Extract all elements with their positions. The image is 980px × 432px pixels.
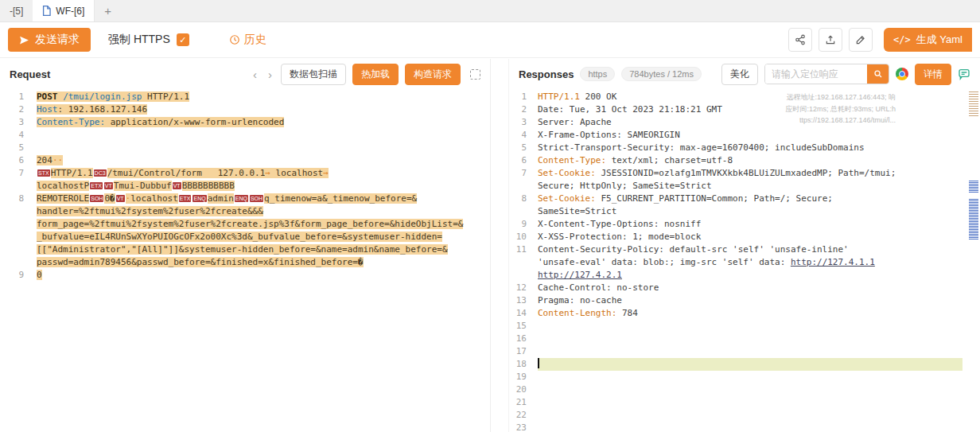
main-split: Request ‹ › 数据包扫描 热加载 构造请求 1POST /tmui/l… xyxy=(0,59,980,432)
export-button[interactable] xyxy=(819,28,842,52)
prev-request-arrow[interactable]: ‹ xyxy=(251,68,259,81)
editor-line[interactable]: handler=%2ftmui%2fsystem%2fuser%2fcreate… xyxy=(0,205,490,218)
editor-line[interactable]: 1HTTP/1.1 200 OK xyxy=(509,91,980,103)
line-number: 17 xyxy=(509,345,538,358)
editor-line[interactable]: 6Content-Type: text/xml; charset=utf-8 xyxy=(509,154,980,167)
tab-active[interactable]: WF-[6] xyxy=(33,0,95,21)
editor-line[interactable]: 10X-XSS-Protection: 1; mode=block xyxy=(509,231,980,243)
request-panel-header: Request ‹ › 数据包扫描 热加载 构造请求 xyxy=(0,59,490,89)
search-input[interactable] xyxy=(765,64,867,84)
editor-line[interactable]: 16 xyxy=(509,333,980,345)
editor-line[interactable]: 90 xyxy=(0,269,490,282)
line-number: 9 xyxy=(509,218,538,231)
editor-line[interactable]: 17 xyxy=(509,345,980,358)
force-https-toggle[interactable]: 强制 HTTPS ✓ xyxy=(108,33,189,47)
minimap[interactable] xyxy=(967,89,980,432)
editor-line[interactable]: 5Strict-Transport-Security: max-age=1607… xyxy=(509,142,980,154)
checkbox-checked-icon[interactable]: ✓ xyxy=(177,33,189,46)
response-search xyxy=(764,64,889,84)
line-number: 19 xyxy=(509,371,538,383)
editor-line[interactable]: 3Server: Apache xyxy=(509,116,980,129)
packet-scan-button[interactable]: 数据包扫描 xyxy=(281,64,346,85)
editor-line[interactable]: 6204·· xyxy=(0,154,490,167)
request-panel: Request ‹ › 数据包扫描 热加载 构造请求 1POST /tmui/l… xyxy=(0,59,491,432)
editor-line[interactable]: http://127.4.2.1 xyxy=(509,269,980,282)
line-number xyxy=(509,269,538,282)
line-number: 7 xyxy=(0,167,37,180)
editor-line[interactable]: 23 xyxy=(509,422,980,432)
plus-icon: + xyxy=(104,4,111,18)
send-request-button[interactable]: 发送请求 xyxy=(8,28,91,52)
editor-line[interactable]: form_page=%2ftmui%2fsystem%2fuser%2fcrea… xyxy=(0,218,490,231)
editor-line[interactable]: 12Cache-Control: no-store xyxy=(509,282,980,294)
editor-line[interactable]: 21 xyxy=(509,396,980,409)
editor-line[interactable]: 8REMOTEROLESOH0�VT·localhostETXENQadminE… xyxy=(0,193,490,205)
editor-line[interactable]: 2Date: Tue, 31 Oct 2023 21:18:21 GMT xyxy=(509,103,980,116)
line-number: 9 xyxy=(0,269,37,282)
line-number: 1 xyxy=(0,91,37,103)
panel-splitter[interactable] xyxy=(491,59,508,432)
editor-line[interactable]: 5 xyxy=(0,142,490,154)
text-cursor xyxy=(538,358,539,368)
response-title: Responses xyxy=(519,68,574,80)
beautify-button[interactable]: 美化 xyxy=(721,64,758,85)
minimap-body-mark-1 xyxy=(969,181,978,193)
line-number xyxy=(509,205,538,218)
line-number: 3 xyxy=(509,116,538,129)
timing-text: 应时间:12ms; 总耗时:93ms; URL:h xyxy=(785,103,896,115)
editor-line[interactable]: passwd=admin789456&passwd_before=&finish… xyxy=(0,256,490,269)
hot-reload-button[interactable]: 热加载 xyxy=(352,64,399,85)
editor-line[interactable]: 3Content-Type: application/x-www-form-ur… xyxy=(0,116,490,129)
editor-line[interactable]: 8Set-Cookie: F5_CURRENT_PARTITION=Common… xyxy=(509,193,980,205)
editor-line[interactable]: 1POST /tmui/login.jsp HTTP/1.1 xyxy=(0,91,490,103)
editor-line[interactable]: 11Content-Security-Policy: default-src '… xyxy=(509,243,980,256)
line-number: 6 xyxy=(0,154,37,167)
line-number xyxy=(0,205,37,218)
line-number: 2 xyxy=(509,103,538,116)
tab-prev[interactable]: -[5] xyxy=(0,0,33,21)
editor-line[interactable]: 22 xyxy=(509,409,980,422)
line-number xyxy=(0,180,37,193)
share-button[interactable] xyxy=(788,28,812,52)
feedback-chat-icon[interactable] xyxy=(958,68,970,80)
editor-line[interactable]: 9X-Content-Type-Options: nosniff xyxy=(509,218,980,231)
fullscreen-icon[interactable] xyxy=(470,69,480,80)
request-editor[interactable]: 1POST /tmui/login.jsp HTTP/1.12Host: 192… xyxy=(0,89,490,432)
line-number xyxy=(509,256,538,269)
line-number: 12 xyxy=(509,282,538,294)
editor-line[interactable]: 4 xyxy=(0,129,490,142)
history-button[interactable]: 历史 xyxy=(229,33,266,47)
line-number: 22 xyxy=(509,409,538,422)
editor-line[interactable]: 18 xyxy=(509,358,980,371)
editor-line[interactable]: 'unsafe-eval' data: blob:; img-src 'self… xyxy=(509,256,980,269)
construct-request-button[interactable]: 构造请求 xyxy=(405,64,461,85)
open-in-chrome-icon[interactable] xyxy=(896,68,908,80)
editor-line[interactable]: 7STXHTTP/1.1DC3/tmui/Control/form 127.0.… xyxy=(0,167,490,180)
editor-line[interactable]: SameSite=Strict xyxy=(509,205,980,218)
response-editor[interactable]: 1HTTP/1.1 200 OK2Date: Tue, 31 Oct 2023 … xyxy=(509,89,980,432)
editor-line[interactable]: 7Set-Cookie: JSESSIONID=ozlafg1mTMVKXkbk… xyxy=(509,167,980,180)
search-icon[interactable] xyxy=(867,64,889,84)
editor-line[interactable]: 15 xyxy=(509,320,980,333)
editor-line[interactable]: 2Host: 192.168.127.146 xyxy=(0,103,490,116)
next-request-arrow[interactable]: › xyxy=(266,68,274,81)
editor-line[interactable]: localhostPETXVTTmui-DubbufVTBBBBBBBBBB xyxy=(0,180,490,193)
add-tab-button[interactable]: + xyxy=(95,0,121,21)
editor-line[interactable]: Secure; HttpOnly; SameSite=Strict xyxy=(509,180,980,193)
editor-line[interactable]: 4X-Frame-Options: SAMEORIGIN xyxy=(509,129,980,142)
fuzzer-toolbar: 发送请求 强制 HTTPS ✓ 历史 < xyxy=(0,22,980,58)
line-number: 5 xyxy=(0,142,37,154)
code-brackets-icon: </> xyxy=(893,34,911,45)
protocol-badge: https xyxy=(580,67,615,81)
editor-line[interactable]: _bufvalue=eIL4RUnSwXYoPUIOGcOFx2o00Xc%3d… xyxy=(0,231,490,243)
editor-line[interactable]: [["Administrator","[All]"]]&systemuser-h… xyxy=(0,243,490,256)
editor-line[interactable]: 14Content-Length: 784 xyxy=(509,307,980,320)
edit-button[interactable] xyxy=(849,28,873,52)
details-button[interactable]: 详情 xyxy=(915,64,951,85)
line-number xyxy=(0,218,37,231)
history-label: 历史 xyxy=(244,33,266,47)
editor-line[interactable]: 19 xyxy=(509,371,980,383)
editor-line[interactable]: 20 xyxy=(509,383,980,396)
generate-yaml-button[interactable]: </> 生成 Yaml xyxy=(884,28,972,52)
editor-line[interactable]: 13Pragma: no-cache xyxy=(509,294,980,307)
